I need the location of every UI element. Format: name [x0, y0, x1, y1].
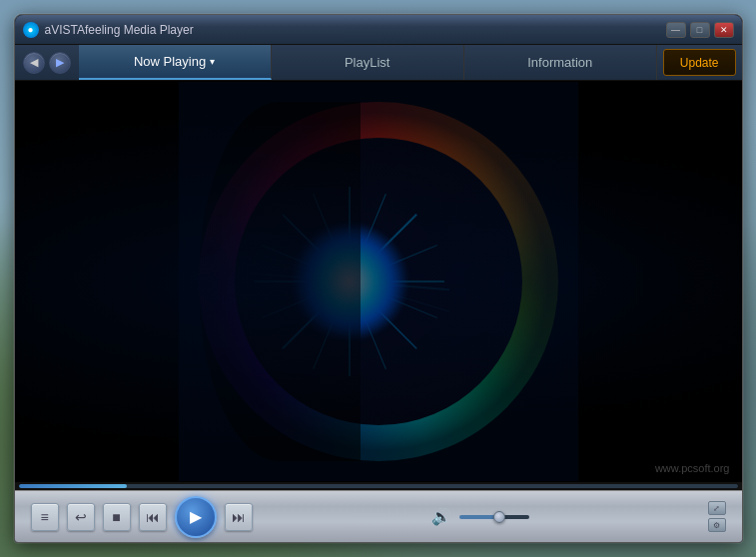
return-button[interactable]: ↩ [67, 503, 95, 531]
back-button[interactable]: ◀ [23, 52, 45, 74]
video-overlay [15, 81, 742, 482]
settings-small-button[interactable]: ⚙ [708, 518, 726, 532]
forward-button[interactable]: ▶ [49, 52, 71, 74]
close-button[interactable]: ✕ [714, 22, 734, 38]
title-bar: ● aVISTAfeeling Media Player — □ ✕ [15, 15, 742, 45]
tab-now-playing[interactable]: Now Playing [79, 45, 272, 80]
nav-bar: ◀ ▶ Now Playing PlayList Information Upd… [15, 45, 742, 81]
stop-button[interactable]: ■ [103, 503, 131, 531]
progress-track[interactable] [19, 484, 738, 488]
update-button[interactable]: Update [663, 49, 736, 76]
window-title: aVISTAfeeling Media Player [45, 23, 666, 37]
maximize-button[interactable]: □ [690, 22, 710, 38]
volume-icon[interactable]: 🔊 [431, 507, 451, 526]
volume-slider[interactable] [459, 515, 529, 519]
main-window: ● aVISTAfeeling Media Player — □ ✕ ◀ ▶ N… [14, 14, 743, 543]
volume-handle[interactable] [493, 511, 505, 523]
controls-bar: ≡ ↩ ■ ⏮ ▶ ⏭ 🔊 ⤢ ⚙ [15, 490, 742, 542]
corner-buttons: ⤢ ⚙ [708, 501, 726, 532]
playlist-button[interactable]: ≡ [31, 503, 59, 531]
window-controls: — □ ✕ [666, 22, 734, 38]
tab-information[interactable]: Information [464, 45, 657, 80]
next-button[interactable]: ⏭ [225, 503, 253, 531]
tab-playlist[interactable]: PlayList [272, 45, 464, 80]
app-icon: ● [23, 22, 39, 38]
nav-arrows: ◀ ▶ [15, 45, 79, 80]
minimize-button[interactable]: — [666, 22, 686, 38]
nav-tabs: Now Playing PlayList Information [79, 45, 657, 80]
progress-area[interactable] [15, 482, 742, 490]
play-button[interactable]: ▶ [175, 496, 217, 538]
expand-button[interactable]: ⤢ [708, 501, 726, 515]
prev-button[interactable]: ⏮ [139, 503, 167, 531]
video-area: www.pcsoft.org [15, 81, 742, 482]
progress-fill [19, 484, 127, 488]
